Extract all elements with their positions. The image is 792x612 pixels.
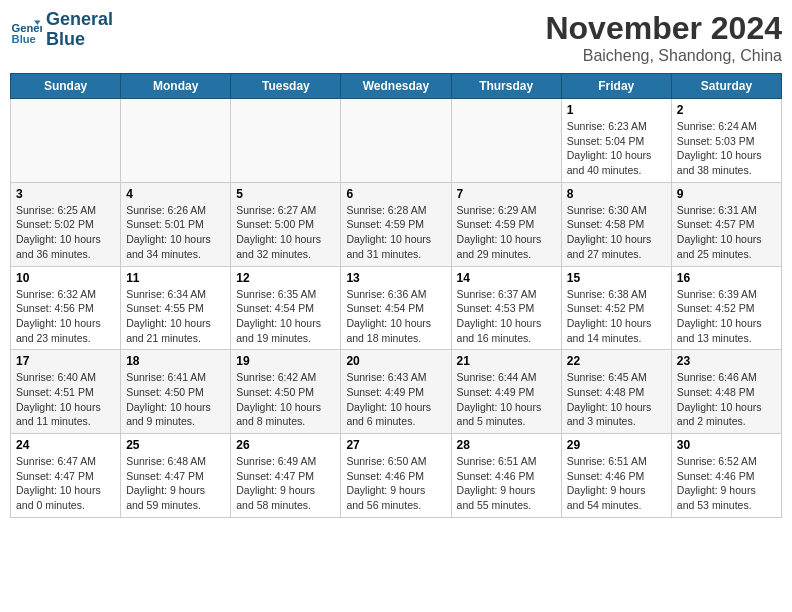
week-row-3: 17Sunrise: 6:40 AMSunset: 4:51 PMDayligh…: [11, 350, 782, 434]
day-cell: 16Sunrise: 6:39 AMSunset: 4:52 PMDayligh…: [671, 266, 781, 350]
logo-icon: General Blue: [10, 14, 42, 46]
col-thursday: Thursday: [451, 74, 561, 99]
day-number: 14: [457, 271, 556, 285]
day-cell: 2Sunrise: 6:24 AMSunset: 5:03 PMDaylight…: [671, 99, 781, 183]
day-cell: [11, 99, 121, 183]
day-cell: 20Sunrise: 6:43 AMSunset: 4:49 PMDayligh…: [341, 350, 451, 434]
day-info: Sunrise: 6:40 AMSunset: 4:51 PMDaylight:…: [16, 370, 115, 429]
day-info: Sunrise: 6:31 AMSunset: 4:57 PMDaylight:…: [677, 203, 776, 262]
day-info: Sunrise: 6:34 AMSunset: 4:55 PMDaylight:…: [126, 287, 225, 346]
day-cell: 1Sunrise: 6:23 AMSunset: 5:04 PMDaylight…: [561, 99, 671, 183]
calendar: Sunday Monday Tuesday Wednesday Thursday…: [10, 73, 782, 518]
day-cell: 17Sunrise: 6:40 AMSunset: 4:51 PMDayligh…: [11, 350, 121, 434]
day-cell: 12Sunrise: 6:35 AMSunset: 4:54 PMDayligh…: [231, 266, 341, 350]
day-cell: 29Sunrise: 6:51 AMSunset: 4:46 PMDayligh…: [561, 434, 671, 518]
month-title: November 2024: [545, 10, 782, 47]
day-info: Sunrise: 6:43 AMSunset: 4:49 PMDaylight:…: [346, 370, 445, 429]
day-cell: 18Sunrise: 6:41 AMSunset: 4:50 PMDayligh…: [121, 350, 231, 434]
day-cell: 19Sunrise: 6:42 AMSunset: 4:50 PMDayligh…: [231, 350, 341, 434]
day-number: 13: [346, 271, 445, 285]
day-number: 15: [567, 271, 666, 285]
day-cell: 22Sunrise: 6:45 AMSunset: 4:48 PMDayligh…: [561, 350, 671, 434]
day-number: 8: [567, 187, 666, 201]
day-cell: 7Sunrise: 6:29 AMSunset: 4:59 PMDaylight…: [451, 182, 561, 266]
day-number: 23: [677, 354, 776, 368]
calendar-header: Sunday Monday Tuesday Wednesday Thursday…: [11, 74, 782, 99]
day-number: 19: [236, 354, 335, 368]
day-number: 25: [126, 438, 225, 452]
day-info: Sunrise: 6:37 AMSunset: 4:53 PMDaylight:…: [457, 287, 556, 346]
day-number: 3: [16, 187, 115, 201]
day-info: Sunrise: 6:25 AMSunset: 5:02 PMDaylight:…: [16, 203, 115, 262]
week-row-4: 24Sunrise: 6:47 AMSunset: 4:47 PMDayligh…: [11, 434, 782, 518]
col-wednesday: Wednesday: [341, 74, 451, 99]
day-number: 9: [677, 187, 776, 201]
day-number: 30: [677, 438, 776, 452]
day-cell: 25Sunrise: 6:48 AMSunset: 4:47 PMDayligh…: [121, 434, 231, 518]
col-tuesday: Tuesday: [231, 74, 341, 99]
day-info: Sunrise: 6:32 AMSunset: 4:56 PMDaylight:…: [16, 287, 115, 346]
day-number: 20: [346, 354, 445, 368]
logo-text-line1: General: [46, 10, 113, 30]
logo-text-line2: Blue: [46, 30, 113, 50]
day-number: 26: [236, 438, 335, 452]
day-info: Sunrise: 6:51 AMSunset: 4:46 PMDaylight:…: [457, 454, 556, 513]
day-cell: 26Sunrise: 6:49 AMSunset: 4:47 PMDayligh…: [231, 434, 341, 518]
day-info: Sunrise: 6:50 AMSunset: 4:46 PMDaylight:…: [346, 454, 445, 513]
svg-text:Blue: Blue: [12, 33, 36, 45]
day-number: 6: [346, 187, 445, 201]
day-cell: 23Sunrise: 6:46 AMSunset: 4:48 PMDayligh…: [671, 350, 781, 434]
day-cell: [121, 99, 231, 183]
col-sunday: Sunday: [11, 74, 121, 99]
day-info: Sunrise: 6:26 AMSunset: 5:01 PMDaylight:…: [126, 203, 225, 262]
day-number: 5: [236, 187, 335, 201]
day-info: Sunrise: 6:35 AMSunset: 4:54 PMDaylight:…: [236, 287, 335, 346]
week-row-2: 10Sunrise: 6:32 AMSunset: 4:56 PMDayligh…: [11, 266, 782, 350]
day-cell: 21Sunrise: 6:44 AMSunset: 4:49 PMDayligh…: [451, 350, 561, 434]
day-info: Sunrise: 6:36 AMSunset: 4:54 PMDaylight:…: [346, 287, 445, 346]
day-info: Sunrise: 6:42 AMSunset: 4:50 PMDaylight:…: [236, 370, 335, 429]
day-cell: 27Sunrise: 6:50 AMSunset: 4:46 PMDayligh…: [341, 434, 451, 518]
day-info: Sunrise: 6:46 AMSunset: 4:48 PMDaylight:…: [677, 370, 776, 429]
day-number: 1: [567, 103, 666, 117]
day-info: Sunrise: 6:49 AMSunset: 4:47 PMDaylight:…: [236, 454, 335, 513]
day-number: 12: [236, 271, 335, 285]
day-number: 22: [567, 354, 666, 368]
calendar-body: 1Sunrise: 6:23 AMSunset: 5:04 PMDaylight…: [11, 99, 782, 518]
day-cell: 3Sunrise: 6:25 AMSunset: 5:02 PMDaylight…: [11, 182, 121, 266]
day-info: Sunrise: 6:44 AMSunset: 4:49 PMDaylight:…: [457, 370, 556, 429]
day-number: 18: [126, 354, 225, 368]
day-cell: 28Sunrise: 6:51 AMSunset: 4:46 PMDayligh…: [451, 434, 561, 518]
col-saturday: Saturday: [671, 74, 781, 99]
day-number: 29: [567, 438, 666, 452]
day-cell: 6Sunrise: 6:28 AMSunset: 4:59 PMDaylight…: [341, 182, 451, 266]
day-number: 24: [16, 438, 115, 452]
day-number: 11: [126, 271, 225, 285]
day-info: Sunrise: 6:41 AMSunset: 4:50 PMDaylight:…: [126, 370, 225, 429]
day-cell: 24Sunrise: 6:47 AMSunset: 4:47 PMDayligh…: [11, 434, 121, 518]
day-cell: [451, 99, 561, 183]
day-info: Sunrise: 6:45 AMSunset: 4:48 PMDaylight:…: [567, 370, 666, 429]
day-info: Sunrise: 6:52 AMSunset: 4:46 PMDaylight:…: [677, 454, 776, 513]
day-info: Sunrise: 6:47 AMSunset: 4:47 PMDaylight:…: [16, 454, 115, 513]
day-number: 27: [346, 438, 445, 452]
day-cell: 9Sunrise: 6:31 AMSunset: 4:57 PMDaylight…: [671, 182, 781, 266]
day-cell: 11Sunrise: 6:34 AMSunset: 4:55 PMDayligh…: [121, 266, 231, 350]
day-number: 10: [16, 271, 115, 285]
day-info: Sunrise: 6:39 AMSunset: 4:52 PMDaylight:…: [677, 287, 776, 346]
day-cell: 30Sunrise: 6:52 AMSunset: 4:46 PMDayligh…: [671, 434, 781, 518]
day-number: 4: [126, 187, 225, 201]
day-info: Sunrise: 6:24 AMSunset: 5:03 PMDaylight:…: [677, 119, 776, 178]
col-friday: Friday: [561, 74, 671, 99]
day-cell: [341, 99, 451, 183]
day-number: 28: [457, 438, 556, 452]
day-info: Sunrise: 6:30 AMSunset: 4:58 PMDaylight:…: [567, 203, 666, 262]
day-number: 21: [457, 354, 556, 368]
week-row-0: 1Sunrise: 6:23 AMSunset: 5:04 PMDaylight…: [11, 99, 782, 183]
day-cell: 4Sunrise: 6:26 AMSunset: 5:01 PMDaylight…: [121, 182, 231, 266]
day-info: Sunrise: 6:27 AMSunset: 5:00 PMDaylight:…: [236, 203, 335, 262]
day-number: 2: [677, 103, 776, 117]
day-info: Sunrise: 6:38 AMSunset: 4:52 PMDaylight:…: [567, 287, 666, 346]
day-cell: 10Sunrise: 6:32 AMSunset: 4:56 PMDayligh…: [11, 266, 121, 350]
day-cell: 8Sunrise: 6:30 AMSunset: 4:58 PMDaylight…: [561, 182, 671, 266]
